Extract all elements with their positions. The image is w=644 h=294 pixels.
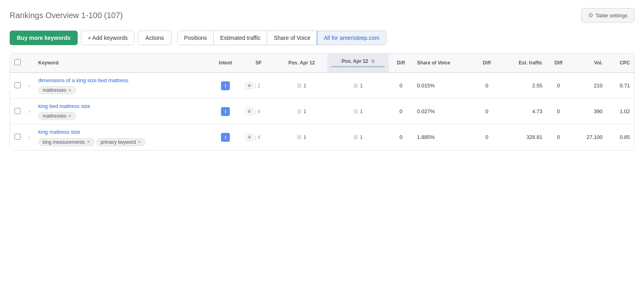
chevron-right-icon[interactable]: › bbox=[29, 109, 30, 114]
row-diff3: 0 bbox=[546, 124, 570, 150]
row-diff3: 0 bbox=[546, 72, 570, 99]
link-icon-2: ⛓ bbox=[353, 83, 358, 89]
intent-badge: I bbox=[221, 107, 230, 116]
table-settings-button[interactable]: ⚙ Table settings bbox=[581, 8, 635, 23]
title-text: Rankings Overview bbox=[10, 11, 79, 20]
row-keyword-cell: king bed mattress size mattresses ✕ bbox=[34, 99, 210, 124]
row-checkbox[interactable] bbox=[14, 82, 21, 88]
tag: mattresses ✕ bbox=[38, 86, 76, 94]
pos2-value: 1 bbox=[360, 108, 363, 114]
row-diff2: 0 bbox=[475, 72, 499, 99]
keyword-link[interactable]: king bed mattress size bbox=[38, 103, 206, 110]
tag: mattresses ✕ bbox=[38, 112, 76, 120]
sf-number: 4 bbox=[258, 109, 260, 114]
link-icon: ⛓ bbox=[297, 109, 302, 114]
col-pos1: Pos. Apr 12 bbox=[276, 54, 327, 72]
col-est-traffic: Est. traffic bbox=[499, 54, 547, 72]
col-keyword: Keyword bbox=[34, 54, 210, 72]
col-diff2: Diff bbox=[475, 54, 499, 72]
row-intent: I bbox=[210, 72, 242, 99]
row-keyword-cell: dimensions of a king size bed mattress m… bbox=[34, 72, 210, 99]
buy-keywords-button[interactable]: Buy more keywords bbox=[10, 31, 78, 45]
add-keywords-button[interactable]: + Add keywords bbox=[81, 31, 134, 45]
row-sf: ⊞ | 2 bbox=[242, 72, 276, 99]
tag-remove-icon[interactable]: ✕ bbox=[68, 114, 72, 119]
tab-share-of-voice[interactable]: Share of Voice bbox=[267, 31, 317, 45]
row-expand[interactable]: › bbox=[25, 99, 34, 124]
row-vol: 210 bbox=[570, 72, 607, 99]
keyword-link[interactable]: dimensions of a king size bed mattress bbox=[38, 77, 206, 84]
pos1-value: 1 bbox=[303, 83, 306, 89]
table-row: › dimensions of a king size bed mattress… bbox=[10, 72, 634, 99]
row-sov: 1.885% bbox=[413, 124, 475, 150]
col-pos2[interactable]: Pos. Apr 12 ⇅ bbox=[327, 54, 389, 72]
row-checkbox[interactable] bbox=[14, 134, 21, 140]
sort-bar bbox=[331, 66, 385, 67]
select-all-checkbox[interactable] bbox=[14, 59, 21, 65]
tab-estimated-traffic[interactable]: Estimated traffic bbox=[214, 31, 267, 45]
row-pos2: ⛓ 1 bbox=[327, 99, 389, 124]
col-vol: Vol. bbox=[570, 54, 607, 72]
link-icon: ⛓ bbox=[297, 135, 302, 140]
row-checkbox-cell bbox=[10, 99, 25, 124]
row-pos2: ⛓ 1 bbox=[327, 124, 389, 150]
page-title: Rankings Overview 1-100 (107) bbox=[10, 11, 123, 20]
row-pos1: ⛓ 1 bbox=[276, 124, 327, 150]
expand-col-header bbox=[25, 54, 34, 72]
row-pos2: ⛓ 1 bbox=[327, 72, 389, 99]
table-row: › king mattress size king measurements ✕… bbox=[10, 124, 634, 150]
row-tags: mattresses ✕ bbox=[38, 110, 206, 120]
row-diff1: 0 bbox=[389, 99, 413, 124]
tag-remove-icon[interactable]: ✕ bbox=[138, 139, 141, 145]
actions-button[interactable]: Actions bbox=[138, 31, 171, 45]
tag-remove-icon[interactable]: ✕ bbox=[87, 139, 90, 145]
row-tags: mattresses ✕ bbox=[38, 84, 206, 94]
row-expand[interactable]: › bbox=[25, 124, 34, 150]
page-header: Rankings Overview 1-100 (107) ⚙ Table se… bbox=[10, 8, 634, 23]
pos1-value: 1 bbox=[303, 134, 306, 140]
table-settings-label: Table settings bbox=[596, 12, 628, 19]
title-range: 1-100 (107) bbox=[81, 11, 123, 20]
row-est-traffic: 2.55 bbox=[499, 72, 547, 99]
tab-all-for-domain[interactable]: All for amerisleep.com bbox=[317, 31, 386, 45]
row-keyword-cell: king mattress size king measurements ✕pr… bbox=[34, 124, 210, 150]
col-pos2-label: Pos. Apr 12 bbox=[342, 58, 368, 64]
tag: king measurements ✕ bbox=[38, 138, 95, 146]
row-checkbox-cell bbox=[10, 124, 25, 150]
sf-icon: ⊞ bbox=[246, 134, 253, 141]
row-cpc: 1.02 bbox=[607, 99, 634, 124]
row-checkbox-cell bbox=[10, 72, 25, 99]
row-vol: 27,100 bbox=[570, 124, 607, 150]
row-intent: I bbox=[210, 124, 242, 150]
row-diff2: 0 bbox=[475, 99, 499, 124]
select-all-col bbox=[10, 54, 25, 72]
view-tabs: Positions Estimated traffic Share of Voi… bbox=[177, 31, 386, 45]
intent-badge: I bbox=[221, 81, 230, 90]
row-est-traffic: 4.73 bbox=[499, 99, 547, 124]
pos2-value: 1 bbox=[360, 134, 363, 140]
row-cpc: 0.71 bbox=[607, 72, 634, 99]
table-row: › king bed mattress size mattresses ✕ I … bbox=[10, 99, 634, 124]
tab-positions[interactable]: Positions bbox=[178, 31, 214, 45]
row-expand[interactable]: › bbox=[25, 72, 34, 99]
row-tags: king measurements ✕primary keyword ✕ bbox=[38, 136, 206, 146]
link-icon-2: ⛓ bbox=[353, 109, 358, 114]
tag-remove-icon[interactable]: ✕ bbox=[68, 88, 72, 93]
chevron-right-icon[interactable]: › bbox=[29, 83, 30, 89]
row-sf: ⊞ | 4 bbox=[242, 124, 276, 150]
row-est-traffic: 328.81 bbox=[499, 124, 547, 150]
sf-icon: ⊞ bbox=[246, 108, 253, 115]
row-pos1: ⛓ 1 bbox=[276, 99, 327, 124]
pos2-value: 1 bbox=[360, 83, 363, 89]
row-diff1: 0 bbox=[389, 72, 413, 99]
link-icon: ⛓ bbox=[297, 83, 302, 89]
keyword-link[interactable]: king mattress size bbox=[38, 128, 206, 136]
row-diff2: 0 bbox=[475, 124, 499, 150]
row-cpc: 0.85 bbox=[607, 124, 634, 150]
row-diff3: 0 bbox=[546, 99, 570, 124]
row-sov: 0.027% bbox=[413, 99, 475, 124]
row-checkbox[interactable] bbox=[14, 108, 21, 114]
col-sf: SF bbox=[242, 54, 276, 72]
chevron-right-icon[interactable]: › bbox=[29, 135, 30, 140]
page-container: Rankings Overview 1-100 (107) ⚙ Table se… bbox=[0, 0, 644, 159]
